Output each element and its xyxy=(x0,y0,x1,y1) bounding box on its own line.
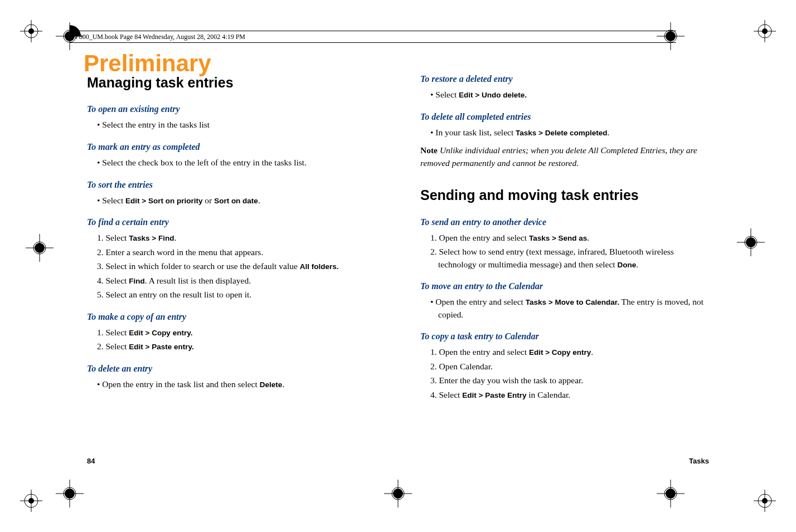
note-label: Note xyxy=(420,145,438,155)
ui-path: Edit > Copy entry xyxy=(529,348,591,357)
body-text: 3. Select in which folder to search or u… xyxy=(97,260,376,272)
heading-managing: Managing task entries xyxy=(87,72,376,92)
ui-path: Delete xyxy=(260,380,283,389)
body-text: 1. Open the entry and select Edit > Copy… xyxy=(430,346,709,358)
subhead-mark-completed: To mark an entry as completed xyxy=(87,140,376,153)
ui-path: Edit > Sort on priority xyxy=(125,197,202,205)
body-text: Open the entry and select Tasks > Move t… xyxy=(430,296,709,321)
ui-path: Tasks > Send as xyxy=(529,234,587,242)
ui-path: Tasks > Delete completed xyxy=(516,129,607,137)
crosshair-icon xyxy=(737,228,765,258)
ui-path: Sort on date xyxy=(214,197,258,205)
registration-mark-icon xyxy=(20,20,42,42)
body-text: Select Edit > Sort on priority or Sort o… xyxy=(97,194,376,207)
subhead-find: To find a certain entry xyxy=(87,216,376,228)
body-text: 2. Select how to send entry (text messag… xyxy=(430,246,709,271)
body-text: 2. Select Edit > Paste entry. xyxy=(97,340,376,353)
page-footer: 84 Tasks xyxy=(87,457,709,465)
subhead-delete: To delete an entry xyxy=(87,362,376,375)
page-number: 84 xyxy=(87,457,95,465)
ui-path: All folders. xyxy=(300,262,339,271)
body-text: Select the check box to the left of the … xyxy=(97,157,376,169)
registration-mark-icon xyxy=(754,490,776,512)
ui-path: Done xyxy=(618,261,637,269)
left-column: Managing task entries To open an existin… xyxy=(87,72,376,465)
crosshair-icon xyxy=(56,480,84,510)
page-body: Managing task entries To open an existin… xyxy=(87,72,709,465)
body-text: Open the entry in the task list and then… xyxy=(97,378,376,391)
subhead-open-entry: To open an existing entry xyxy=(87,103,376,115)
body-text: 1. Open the entry and select Tasks > Sen… xyxy=(430,232,709,244)
crosshair-icon xyxy=(657,480,685,510)
subhead-restore: To restore a deleted entry xyxy=(420,72,709,85)
body-text: In your task list, select Tasks > Delete… xyxy=(430,126,709,139)
body-text: 1. Select Edit > Copy entry. xyxy=(97,326,376,339)
ui-path: Edit > Undo delete. xyxy=(459,91,527,99)
body-text: 2. Enter a search word in the menu that … xyxy=(97,246,376,258)
ui-path: Edit > Copy entry. xyxy=(129,329,192,337)
ui-path: Tasks > Move to Calendar. xyxy=(526,298,619,306)
subhead-send: To send an entry to another device xyxy=(420,216,709,228)
heading-sending: Sending and moving task entries xyxy=(420,185,709,205)
ui-path: Find xyxy=(129,277,145,285)
note-text: Unlike individual entries; when you dele… xyxy=(420,145,697,167)
subhead-delete-completed: To delete all completed entries xyxy=(420,110,709,123)
body-text: Select the entry in the tasks list xyxy=(97,119,376,131)
crosshair-icon xyxy=(26,234,54,264)
body-text: 5. Select an entry on the result list to… xyxy=(97,289,376,301)
subhead-copy: To make a copy of an entry xyxy=(87,310,376,323)
body-text: 4. Select Find. A result list is then di… xyxy=(97,275,376,287)
running-header: P800_UM.book Page 84 Wednesday, August 2… xyxy=(70,31,676,43)
subhead-sort: To sort the entries xyxy=(87,178,376,191)
running-header-text: P800_UM.book Page 84 Wednesday, August 2… xyxy=(75,33,245,41)
body-text: 3. Enter the day you wish the task to ap… xyxy=(430,374,709,387)
body-text: 4. Select Edit > Paste Entry in Calendar… xyxy=(430,389,709,401)
body-text: Select Edit > Undo delete. xyxy=(430,89,709,101)
body-text: 2. Open Calendar. xyxy=(430,360,709,373)
subhead-copy-calendar: To copy a task entry to Calendar xyxy=(420,330,709,343)
right-column: To restore a deleted entry Select Edit >… xyxy=(420,72,709,465)
subhead-move: To move an entry to the Calendar xyxy=(420,280,709,292)
body-text: 1. Select Tasks > Find. xyxy=(97,232,376,244)
ui-path: Edit > Paste entry. xyxy=(129,343,193,351)
registration-mark-icon xyxy=(754,20,776,42)
registration-mark-icon xyxy=(20,490,42,512)
ui-path: Edit > Paste Entry xyxy=(462,391,526,399)
note: Note Unlike individual entries; when you… xyxy=(420,144,709,169)
ui-path: Tasks > Find xyxy=(129,234,174,242)
section-name: Tasks xyxy=(689,457,709,465)
crosshair-icon xyxy=(384,480,412,510)
